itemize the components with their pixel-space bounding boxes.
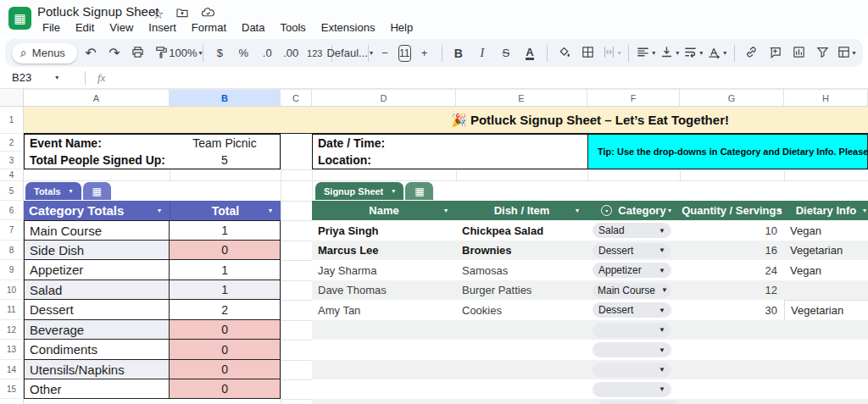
font-dropdown[interactable]: Defaul...▾ (339, 43, 361, 64)
cell-category[interactable]: Side Dish (25, 241, 170, 259)
column-header-e[interactable]: E (456, 89, 587, 107)
cell-total[interactable]: 0 (170, 241, 280, 259)
signup-row-empty[interactable]: ▼ (312, 379, 868, 399)
row-header-3[interactable]: 3 (0, 152, 24, 169)
column-header-d[interactable]: D (312, 89, 456, 107)
column-header-c[interactable]: C (281, 89, 312, 107)
menu-help[interactable]: Help (383, 20, 420, 35)
row-header-5[interactable]: 5 (0, 181, 24, 201)
category-dropdown-chip[interactable]: ▼ (593, 382, 671, 397)
cell-event-name-value[interactable]: Team Picnic (170, 134, 281, 152)
signup-row[interactable]: Dave Thomas Burger Patties Main Course▼ … (312, 280, 868, 300)
cell-category[interactable]: Other (25, 379, 170, 398)
cell-event-name-label[interactable]: Event Name: (24, 134, 170, 152)
cell-dish[interactable]: Burger Patties (456, 284, 587, 296)
undo-button[interactable]: ↶ (81, 43, 101, 64)
more-formats-button[interactable]: 123 (304, 43, 325, 64)
name-box[interactable]: B23 ▾ (0, 71, 81, 84)
column-header-g[interactable]: G (680, 89, 784, 107)
row-header-6[interactable]: 6 (0, 201, 24, 220)
totals-header-category[interactable]: Category Totals ▾ (24, 201, 170, 220)
signup-header-dish[interactable]: Dish / Item ▾ (456, 201, 587, 220)
cell-dietary[interactable]: Vegan (784, 224, 868, 237)
signup-row[interactable]: Jay Sharma Samosas Appetizer▼ 24 Vegan (312, 260, 868, 280)
category-dropdown-chip[interactable]: ▼ (593, 362, 671, 378)
cell-quantity[interactable]: 30 (680, 304, 784, 317)
formula-input[interactable] (105, 67, 868, 88)
cell-date-time-label[interactable]: Date / Time: (312, 134, 457, 152)
cell-category[interactable]: Beverage (25, 320, 170, 339)
row-header-10[interactable]: 10 (0, 280, 24, 300)
cell-total[interactable]: 0 (170, 379, 280, 398)
merge-cells-button[interactable]: ▾ (601, 43, 621, 64)
cell-dish[interactable]: Cookies (456, 304, 587, 317)
cell-location-value[interactable] (456, 151, 588, 169)
totals-row[interactable]: Other 0 (24, 379, 281, 399)
select-all-corner[interactable] (0, 89, 24, 107)
cell-signed-up-label[interactable]: Total People Signed Up: (24, 151, 170, 169)
borders-button[interactable] (577, 43, 598, 64)
row-header-16-partial[interactable] (0, 399, 24, 404)
totals-row[interactable]: Utensils/Napkins 0 (24, 360, 281, 379)
decrease-font-size-button[interactable]: − (375, 43, 395, 64)
text-rotation-button[interactable]: ▾ (707, 43, 727, 64)
cell-quantity[interactable]: 12 (680, 284, 784, 296)
cell-total[interactable]: 0 (170, 340, 280, 359)
totals-row[interactable]: Main Course 1 (24, 220, 281, 241)
row-header-12[interactable]: 12 (0, 320, 24, 340)
cell-total[interactable]: 1 (170, 260, 280, 279)
cell-name[interactable]: Marcus Lee (312, 244, 456, 257)
menu-edit[interactable]: Edit (69, 20, 101, 35)
text-wrap-button[interactable]: ▾ (683, 43, 704, 64)
signup-row-partial[interactable] (312, 399, 868, 404)
totals-row[interactable]: Dessert 2 (24, 300, 281, 320)
totals-row[interactable]: Condiments 0 (24, 340, 281, 360)
row-header-1[interactable]: 1 (0, 107, 24, 134)
totals-row[interactable]: Side Dish 0 (24, 241, 281, 260)
cell-dietary[interactable]: Vegetarian (784, 244, 868, 257)
increase-font-size-button[interactable]: + (415, 43, 435, 64)
signup-row-empty[interactable]: ▼ (312, 320, 868, 340)
column-header-f[interactable]: F (587, 89, 680, 107)
row-header-7[interactable]: 7 (0, 220, 24, 241)
cell-dish[interactable]: Chickpea Salad (456, 224, 587, 237)
totals-row[interactable]: Beverage 0 (24, 320, 281, 340)
cell-quantity[interactable]: 16 (680, 244, 784, 257)
fill-color-button[interactable] (554, 43, 574, 64)
cell-quantity[interactable]: 10 (680, 224, 784, 237)
italic-button[interactable]: I (472, 43, 492, 64)
vertical-align-button[interactable]: ▾ (659, 43, 680, 64)
format-currency-button[interactable]: $ (209, 43, 230, 64)
cell-total[interactable]: 0 (170, 360, 280, 379)
cell-name[interactable]: Jay Sharma (312, 264, 456, 277)
cell-category[interactable]: Appetizer (25, 260, 170, 279)
strikethrough-button[interactable]: S (496, 43, 516, 64)
cell-category[interactable]: Utensils/Napkins (25, 360, 170, 379)
decrease-decimal-button[interactable]: .0 (257, 43, 277, 64)
signup-tab-button[interactable]: Signup Sheet ▾ (315, 182, 403, 200)
menu-file[interactable]: File (36, 20, 67, 35)
row-header-14[interactable]: 14 (0, 360, 24, 379)
totals-header-total[interactable]: Total ▾ (170, 201, 281, 220)
menu-extensions[interactable]: Extensions (314, 20, 382, 35)
cell-name[interactable]: Priya Singh (312, 224, 456, 237)
cell-dietary[interactable]: Vegetarian (784, 300, 868, 320)
category-dropdown-chip[interactable]: ▼ (593, 342, 671, 357)
signup-header-qty[interactable]: Quantity / Servings ▾ (680, 201, 784, 220)
cell-category[interactable]: Condiments (25, 340, 170, 359)
menu-format[interactable]: Format (185, 20, 233, 35)
cell-dietary[interactable]: Vegan (784, 264, 868, 277)
category-dropdown-chip[interactable]: Salad▼ (593, 223, 671, 238)
banner-cell[interactable]: 🎉 Potluck Signup Sheet – Let’s Eat Toget… (24, 107, 868, 134)
row-header-4[interactable]: 4 (0, 169, 24, 181)
column-header-b[interactable]: B (170, 89, 281, 107)
cell-quantity[interactable]: 24 (680, 264, 784, 277)
signup-row[interactable]: Amy Tan Cookies Dessert▼ 30 Vegetarian (312, 300, 868, 320)
totals-table-icon[interactable]: ▦ (83, 182, 111, 200)
cell-dish[interactable]: Samosas (456, 264, 587, 277)
signup-row-empty[interactable]: ▼ (312, 340, 868, 360)
insert-table-button[interactable]: ▾ (836, 43, 856, 64)
cell-signed-up-value[interactable]: 5 (170, 151, 281, 169)
signup-header-category[interactable]: ▾ Category ▾ (587, 201, 680, 220)
cell-category[interactable]: Main Course (25, 221, 170, 240)
